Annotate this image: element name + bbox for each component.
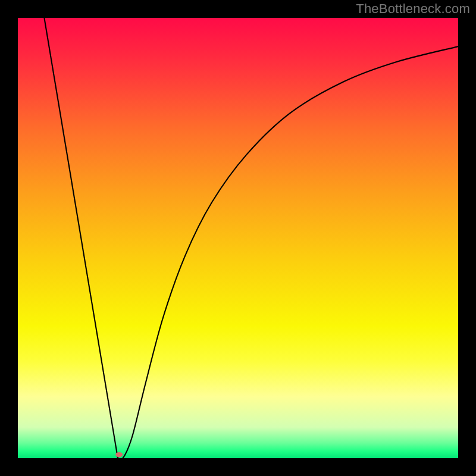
watermark-text: TheBottleneck.com	[356, 1, 470, 17]
plot-background	[18, 18, 458, 458]
plot-area	[18, 18, 458, 458]
chart-frame: TheBottleneck.com	[0, 0, 476, 476]
chart-svg	[18, 18, 458, 458]
optimum-marker	[115, 452, 123, 457]
